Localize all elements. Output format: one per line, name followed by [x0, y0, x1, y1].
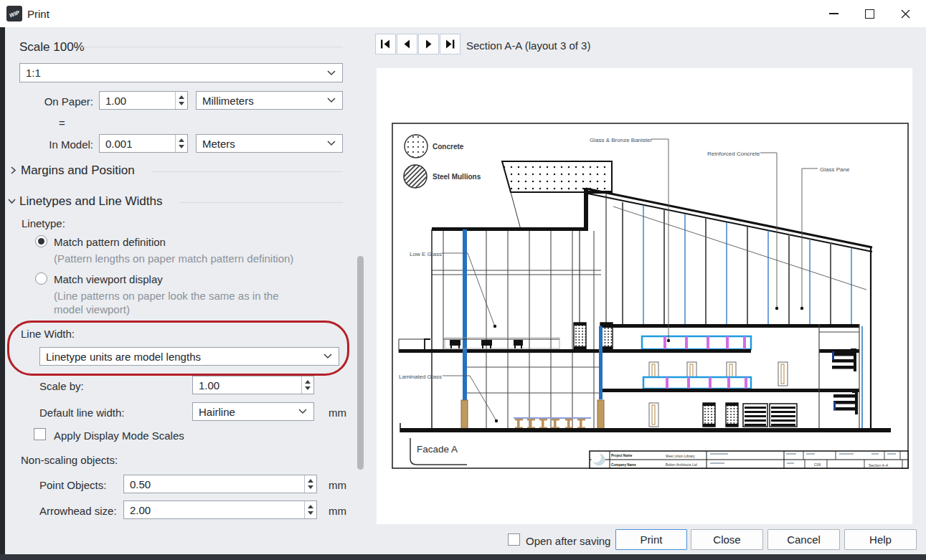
spinner-up-icon[interactable]	[308, 479, 313, 483]
chevron-down-icon	[327, 141, 336, 146]
last-page-icon	[445, 39, 455, 49]
in-model-label: In Model:	[19, 138, 93, 151]
arrowhead-size-value: 2.00	[124, 504, 151, 516]
scale-by-label: Scale by:	[39, 380, 84, 392]
open-after-saving-checkbox[interactable]	[508, 533, 520, 546]
minimize-button[interactable]	[816, 0, 851, 27]
match-pattern-hint: (Pattern lengths on paper match pattern …	[54, 252, 293, 265]
spinner-down-icon[interactable]	[305, 386, 311, 390]
leader-dot	[667, 339, 670, 342]
tb-company-value: Bolten Architects Ltd	[666, 463, 697, 467]
preview-page-title: Section A-A (layout 3 of 3)	[466, 39, 590, 52]
help-button[interactable]: Help	[844, 529, 917, 550]
next-page-icon	[423, 39, 434, 49]
on-paper-unit-dropdown[interactable]: Millimeters	[196, 91, 343, 110]
window-title: Print	[27, 8, 49, 20]
legend-concrete-symbol	[405, 135, 427, 158]
apply-display-mode-checkbox[interactable]	[34, 428, 46, 440]
in-model-unit-value: Meters	[197, 138, 235, 150]
point-objects-input[interactable]: 0.50	[123, 475, 317, 493]
point-objects-label: Point Objects:	[39, 479, 106, 491]
scale-ratio-dropdown[interactable]: 1:1	[19, 63, 343, 82]
chevron-down-icon	[298, 409, 307, 414]
scale-section-rule	[80, 47, 343, 47]
linetypes-section-rule	[179, 202, 343, 203]
chevron-right-icon[interactable]	[9, 166, 18, 175]
tb-company-label: Company Name	[611, 463, 636, 467]
close-button[interactable]	[887, 0, 923, 27]
default-line-width-dropdown[interactable]: Hairline	[192, 402, 314, 421]
first-page-icon	[380, 39, 391, 49]
annotation-glass-pane: Glass Pane	[820, 166, 850, 173]
match-pattern-radio[interactable]	[35, 235, 47, 247]
on-paper-spinner[interactable]	[175, 92, 187, 109]
tb-sheet-code: C06	[814, 462, 821, 467]
leader-dot	[775, 307, 778, 310]
scale-by-spinner[interactable]	[301, 376, 313, 394]
scale-by-input[interactable]: 1.00	[192, 376, 314, 394]
equals-sign: =	[59, 117, 65, 129]
match-viewport-hint: (Line patterns on paper look the same as…	[54, 289, 293, 316]
spinner-up-icon[interactable]	[305, 380, 311, 384]
point-objects-spinner[interactable]	[304, 475, 316, 493]
in-model-spinner[interactable]	[175, 135, 187, 152]
close-dialog-button[interactable]: Close	[691, 529, 763, 550]
in-model-unit-dropdown[interactable]: Meters	[196, 134, 343, 153]
spinner-up-icon[interactable]	[179, 138, 184, 142]
margins-section-rule	[152, 171, 343, 172]
tb-project-value: West Union Library	[666, 455, 695, 458]
tb-sheet-title: Section A-A	[869, 463, 889, 468]
open-after-saving-label[interactable]: Open after saving	[526, 535, 610, 547]
match-viewport-radio[interactable]	[35, 272, 47, 285]
spinner-up-icon[interactable]	[179, 95, 184, 99]
in-model-input[interactable]: 0.001	[99, 134, 188, 153]
in-model-value: 0.001	[100, 138, 133, 150]
first-page-button[interactable]	[375, 34, 396, 54]
linetypes-section-header[interactable]: Linetypes and Line Widths	[19, 194, 162, 209]
chevron-down-icon[interactable]	[7, 196, 16, 206]
next-page-button[interactable]	[418, 34, 439, 54]
on-paper-input[interactable]: 1.00	[99, 91, 188, 110]
default-line-width-value: Hairline	[193, 406, 235, 418]
apply-display-mode-label[interactable]: Apply Display Mode Scales	[54, 430, 184, 442]
spinner-down-icon[interactable]	[179, 145, 184, 148]
chevron-down-icon	[327, 70, 336, 76]
annotation-low-e-glass: Low E Glass	[410, 251, 442, 257]
default-line-width-label: Default line width:	[39, 407, 124, 419]
line-width-dropdown[interactable]: Linetype units are model lengths	[39, 347, 339, 366]
logo-text: WIP	[9, 9, 20, 18]
match-pattern-label[interactable]: Match pattern definition	[54, 236, 166, 248]
app-background-bottom	[0, 554, 926, 560]
legend-steel-mullions-label: Steel Mullions	[433, 173, 481, 181]
point-objects-value: 0.50	[124, 478, 151, 490]
scale-ratio-value: 1:1	[20, 67, 41, 79]
leader-dot	[493, 325, 496, 328]
close-icon	[901, 9, 910, 19]
cancel-button[interactable]: Cancel	[767, 529, 840, 550]
margins-section-header[interactable]: Margins and Position	[21, 163, 135, 178]
titlebar: WIP Print	[0, 0, 926, 27]
print-button[interactable]: Print	[615, 529, 687, 550]
default-line-width-unit: mm	[329, 407, 346, 419]
spinner-down-icon[interactable]	[179, 102, 184, 105]
maximize-button[interactable]	[851, 0, 887, 27]
arrowhead-size-spinner[interactable]	[304, 501, 316, 518]
last-page-button[interactable]	[440, 34, 460, 54]
spinner-up-icon[interactable]	[308, 505, 313, 508]
match-viewport-label[interactable]: Match viewport display	[54, 273, 163, 285]
line-width-label: Line Width:	[21, 328, 75, 340]
line-width-value: Linetype units are model lengths	[40, 351, 201, 363]
previous-page-button[interactable]	[397, 34, 417, 54]
chevron-down-icon	[323, 353, 332, 359]
annotation-laminated-glass: Laminated Glass	[399, 374, 442, 380]
facade-label: Facade A	[417, 444, 458, 455]
spinner-down-icon[interactable]	[308, 511, 313, 515]
panel-scrollbar[interactable]	[357, 256, 364, 470]
legend-concrete-label: Concrete	[433, 143, 464, 151]
scale-by-value: 1.00	[193, 379, 219, 391]
window-controls	[816, 0, 923, 27]
linetype-label: Linetype:	[22, 217, 65, 229]
chevron-down-icon	[327, 98, 336, 103]
spinner-down-icon[interactable]	[308, 485, 313, 489]
arrowhead-size-input[interactable]: 2.00	[123, 500, 317, 519]
